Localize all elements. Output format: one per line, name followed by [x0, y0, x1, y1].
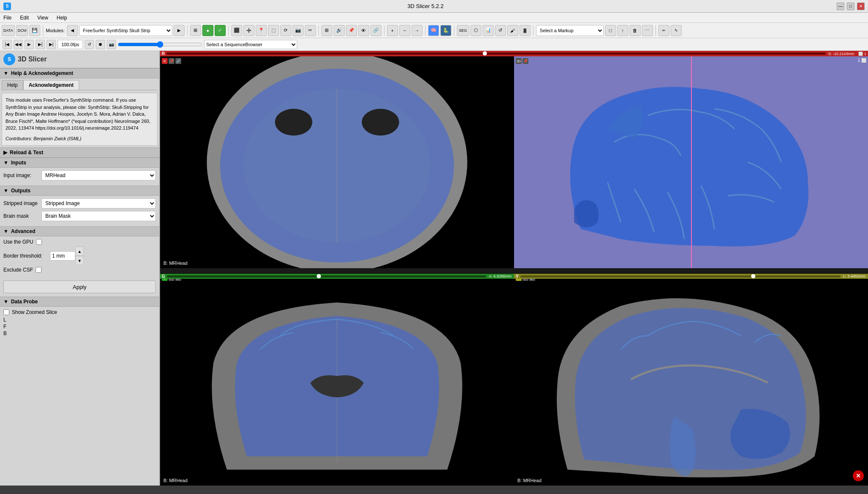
border-spin-down[interactable]: ▼ — [75, 256, 84, 265]
graph-button[interactable]: 📊 — [483, 25, 494, 36]
markup-up-button[interactable]: ↑ — [617, 25, 628, 36]
minimize-button[interactable]: — — [837, 3, 844, 10]
help-ack-arrow: ▼ — [3, 70, 8, 76]
paint-button[interactable]: 🖌 — [507, 25, 518, 36]
python-button[interactable]: 🐍 — [440, 25, 451, 36]
pin-button[interactable]: 📌 — [346, 25, 357, 36]
green-add-button[interactable]: ● — [202, 25, 213, 36]
show-zoomed-row: Show Zoomed Slice — [3, 309, 156, 315]
green-bar-track[interactable] — [167, 275, 487, 278]
menu-edit[interactable]: Edit — [18, 14, 30, 22]
menu-file[interactable]: File — [2, 14, 13, 22]
capture-button[interactable]: 📷 — [293, 25, 304, 36]
advanced-section: Use the GPU Border threshold: ▲ ▼ Exclud… — [0, 236, 159, 277]
maximize-button[interactable]: □ — [847, 3, 854, 10]
fiducial-button[interactable]: 📍 — [256, 25, 267, 36]
seq-prev-button[interactable]: ◀◀ — [14, 40, 23, 49]
menu-help[interactable]: Help — [55, 14, 69, 22]
segment-button[interactable]: SEG — [457, 25, 469, 36]
red-slice-bar[interactable]: R S: -10.2143mm ⬜ 1 — [160, 51, 868, 56]
layout1-button[interactable]: ⊞ — [321, 25, 332, 36]
data-probe-header[interactable]: ▼ Data Probe — [0, 297, 159, 307]
markup-rect-button[interactable]: □ — [605, 25, 616, 36]
roi-button[interactable]: ⬚ — [268, 25, 279, 36]
seq-record-button[interactable]: ⏺ — [96, 40, 105, 49]
data-button[interactable]: DATA — [2, 25, 15, 36]
plus-button[interactable]: + — [387, 25, 398, 36]
brain-mask-select[interactable]: Brain Mask — [41, 211, 156, 221]
axial-pin-icon[interactable]: 📌 — [169, 58, 174, 64]
save-button[interactable]: 💾 — [29, 25, 40, 36]
green-bar-label: G — [160, 274, 167, 279]
viewport-panel: R S: -10.2143mm ⬜ 1 R 📌 🔗 — [160, 51, 868, 486]
seq-loop-button[interactable]: ↺ — [85, 40, 94, 49]
3d-pin-icon[interactable]: 📌 — [522, 58, 528, 64]
input-image-select[interactable]: MRHead — [41, 170, 156, 180]
eye-button[interactable]: 👁 — [358, 25, 369, 36]
advanced-header[interactable]: ▼ Advanced — [0, 226, 159, 236]
transform-button[interactable]: ⟳ — [280, 25, 291, 36]
mesh-button[interactable]: ⬡ — [470, 25, 481, 36]
markup-delete-button[interactable]: 🗑 — [630, 25, 641, 36]
markup-select[interactable]: Select a Markup — [536, 25, 604, 36]
tab-acknowledgement[interactable]: Acknowledgement — [23, 80, 79, 90]
module-select[interactable]: FreeSurfer SynthStrip Skull Strip — [79, 25, 172, 36]
use-gpu-checkbox[interactable] — [36, 239, 42, 245]
green-check-button[interactable]: ✓ — [215, 25, 226, 36]
seq-play2-button[interactable]: ▶| — [36, 40, 45, 49]
modules-back-button[interactable]: ◀ — [67, 25, 78, 36]
seq-last-button[interactable]: ▶| — [47, 40, 56, 49]
seq-first-button[interactable]: |◀ — [3, 40, 12, 49]
show-zoomed-checkbox[interactable] — [3, 309, 9, 315]
edit2-button[interactable]: ✎ — [671, 25, 682, 36]
red-bar-track[interactable] — [166, 53, 826, 55]
brain-button[interactable]: 🧠 — [428, 25, 439, 36]
tab-help[interactable]: Help — [2, 80, 23, 90]
edit1-button[interactable]: ✏ — [658, 25, 669, 36]
minus-button[interactable]: − — [399, 25, 410, 36]
ack-text: This module uses FreeSurfer's SynthStrip… — [6, 97, 154, 132]
apply-button[interactable]: Apply — [3, 280, 156, 293]
3d-icon[interactable]: 3D — [516, 58, 522, 64]
close-button[interactable]: ✕ — [857, 3, 865, 10]
data-probe-title: Data Probe — [11, 299, 38, 305]
outputs-header[interactable]: ▼ Outputs — [0, 186, 159, 196]
seq-progress[interactable] — [118, 41, 202, 48]
error-close-button[interactable]: ✕ — [853, 470, 864, 481]
green-slice-bar[interactable]: G A: 6.9286mm — [160, 274, 514, 279]
axial-red-icon[interactable]: R — [162, 58, 168, 64]
link-button[interactable]: 🔗 — [370, 25, 381, 36]
yellow-bar-track[interactable] — [520, 275, 841, 278]
menu-view[interactable]: View — [36, 14, 50, 22]
seq-browser-select[interactable]: Select a SequenceBrowser — [204, 40, 297, 49]
sep2 — [187, 25, 188, 36]
stripped-image-select[interactable]: Stripped Image — [41, 198, 156, 208]
view-layout-button[interactable]: ⊞ — [190, 25, 201, 36]
sep8 — [533, 25, 534, 36]
reload-test-header[interactable]: ▶ Reload & Test — [0, 147, 159, 158]
inputs-header[interactable]: ▼ Inputs — [0, 158, 159, 168]
seq-snapshot-button[interactable]: 📷 — [107, 40, 116, 49]
markup-more-button[interactable]: ⋯ — [642, 25, 653, 36]
fps-input[interactable] — [58, 40, 83, 49]
modules-fwd-button[interactable]: ▶ — [174, 25, 185, 36]
crosshair-button[interactable]: ✛ — [243, 25, 254, 36]
help-ack-header[interactable]: ▼ Help & Acknowledgement — [0, 68, 159, 78]
reload-button[interactable]: ↺ — [495, 25, 506, 36]
axial-link-icon[interactable]: 🔗 — [175, 58, 181, 64]
dcm-button[interactable]: DCM — [16, 25, 28, 36]
contributors-label: Contributors: — [6, 136, 33, 141]
yellow-slice-bar[interactable]: Y L: 3.4452mm — [514, 274, 868, 279]
vol-button[interactable]: 🔊 — [334, 25, 345, 36]
svg-point-5 — [362, 109, 399, 136]
threshold-button[interactable]: ▓ — [520, 25, 531, 36]
border-threshold-input[interactable] — [50, 251, 75, 261]
brain-mask-label: Brain mask — [3, 213, 41, 219]
seq-play-button[interactable]: ▶ — [25, 40, 34, 49]
border-spin-up[interactable]: ▲ — [75, 247, 84, 256]
probe-L: L — [3, 317, 156, 323]
ext-button[interactable]: ✂ — [305, 25, 316, 36]
view3d-button[interactable]: ⬛ — [231, 25, 242, 36]
arrow-button[interactable]: → — [412, 25, 423, 36]
exclude-csf-checkbox[interactable] — [36, 267, 41, 273]
